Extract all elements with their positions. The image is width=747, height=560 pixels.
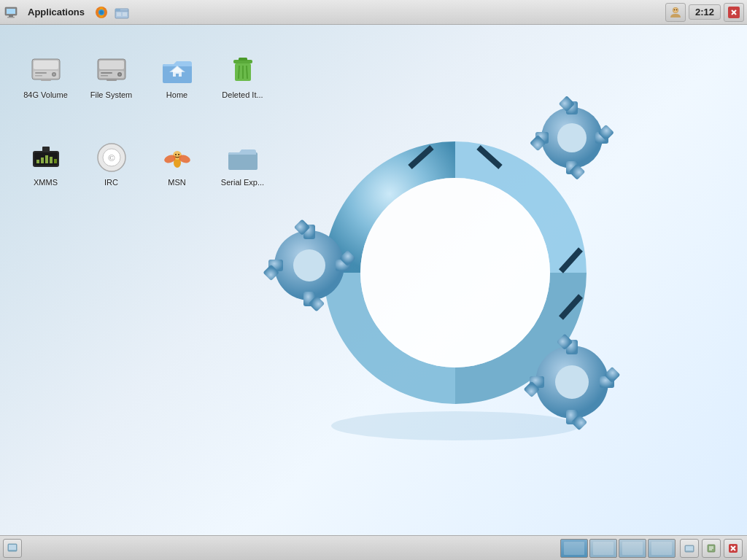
- firefox-icon[interactable]: [93, 4, 109, 20]
- svg-rect-63: [99, 61, 124, 69]
- workspace-2-preview: [593, 542, 614, 555]
- bottom-desktop-btn[interactable]: [3, 539, 22, 558]
- svg-rect-74: [239, 58, 247, 61]
- top-taskbar: Applications: [0, 0, 747, 25]
- top-bar-left: Applications: [3, 4, 130, 20]
- svg-rect-3: [7, 17, 15, 18]
- svg-rect-10: [123, 12, 127, 16]
- svg-rect-82: [41, 158, 44, 163]
- svg-rect-67: [101, 72, 112, 74]
- icon-file-system-label: File System: [90, 90, 132, 100]
- icon-file-system[interactable]: File System: [80, 47, 142, 134]
- icon-serial-exp[interactable]: Serial Exp...: [212, 134, 274, 222]
- hdd-icon: [28, 52, 63, 88]
- svg-point-93: [178, 154, 179, 155]
- svg-rect-69: [107, 79, 117, 81]
- serial-folder-icon: [225, 140, 260, 175]
- workspace-4-preview: [651, 542, 672, 555]
- icon-msn-label: MSN: [168, 178, 185, 187]
- workspace-1-preview: [564, 542, 584, 555]
- bottom-icon-2[interactable]: [702, 539, 721, 558]
- workspace-4-button[interactable]: [648, 539, 676, 558]
- svg-rect-83: [45, 155, 48, 163]
- power-button[interactable]: [724, 3, 744, 22]
- svg-line-78: [247, 66, 247, 79]
- workspace-1-button[interactable]: [560, 539, 588, 558]
- desktop: 84G Volume File System: [0, 25, 747, 535]
- svg-rect-60: [35, 75, 42, 77]
- icon-home-label: Home: [166, 90, 187, 100]
- filesystem-hdd-icon: [94, 52, 129, 88]
- svg-rect-84: [50, 157, 53, 163]
- icon-trash[interactable]: Deleted It...: [212, 47, 274, 134]
- home-folder-icon: [160, 52, 195, 88]
- workspace-3-button[interactable]: [619, 539, 646, 558]
- icon-xmms-label: XMMS: [34, 178, 58, 187]
- clock: 2:12: [689, 4, 721, 20]
- icon-home[interactable]: Home: [146, 47, 208, 134]
- bottom-icon-1[interactable]: [680, 539, 699, 558]
- svg-rect-8: [115, 9, 120, 11]
- workspace-2-button[interactable]: [589, 539, 617, 558]
- irc-icon: ©: [94, 140, 129, 175]
- top-bar-right: 2:12: [665, 3, 744, 22]
- svg-line-76: [239, 66, 239, 79]
- svg-rect-96: [228, 152, 258, 170]
- svg-text:©: ©: [108, 152, 115, 163]
- svg-rect-81: [36, 160, 39, 163]
- svg-point-92: [175, 154, 177, 155]
- icon-84g-volume-label: 84G Volume: [23, 90, 68, 100]
- icon-irc-label: IRC: [104, 178, 118, 187]
- bottom-bar-left: [3, 539, 23, 558]
- svg-rect-1: [7, 9, 15, 14]
- icon-trash-label: Deleted It...: [222, 90, 263, 100]
- svg-rect-86: [42, 147, 50, 152]
- bottom-icon-3[interactable]: [724, 539, 743, 558]
- svg-rect-98: [9, 545, 16, 550]
- svg-point-58: [53, 74, 55, 76]
- desktop-icons-grid: 84G Volume File System: [15, 47, 277, 222]
- applications-menu-button[interactable]: Applications: [23, 5, 89, 19]
- icon-irc[interactable]: © IRC: [80, 134, 142, 222]
- workspace-3-preview: [622, 542, 643, 555]
- svg-rect-100: [686, 546, 693, 551]
- svg-rect-61: [41, 79, 51, 81]
- svg-rect-2: [9, 15, 13, 17]
- bottom-taskbar: [0, 535, 747, 560]
- file-manager-icon[interactable]: [114, 4, 130, 20]
- trash-icon: [225, 52, 260, 88]
- icon-xmms[interactable]: XMMS: [15, 134, 77, 222]
- bottom-bar-right: [560, 539, 744, 558]
- svg-point-14: [676, 9, 678, 10]
- svg-rect-9: [117, 12, 121, 16]
- icon-84g-volume[interactable]: 84G Volume: [15, 47, 77, 134]
- user-icon-button[interactable]: [665, 3, 686, 22]
- xmms-icon: [28, 140, 63, 175]
- icon-serial-exp-label: Serial Exp...: [221, 178, 264, 187]
- svg-rect-85: [54, 159, 57, 163]
- svg-point-13: [674, 9, 676, 10]
- svg-point-66: [118, 74, 120, 76]
- msn-icon: [160, 140, 195, 175]
- svg-rect-68: [101, 75, 108, 77]
- svg-rect-59: [35, 72, 47, 74]
- system-icon[interactable]: [3, 4, 19, 20]
- svg-rect-55: [34, 61, 58, 69]
- icon-msn[interactable]: MSN: [146, 134, 208, 222]
- svg-point-6: [100, 10, 104, 14]
